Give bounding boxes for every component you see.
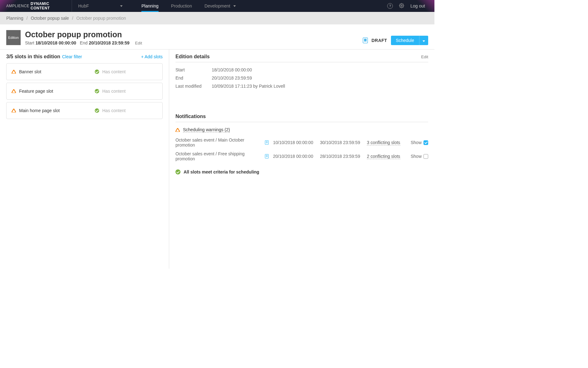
detail-row: Last modified10/09/2018 17:11:23 by Patr…	[175, 84, 428, 89]
slot-name: Feature page slot	[19, 89, 95, 94]
hub-name: HubF	[78, 3, 89, 8]
detail-value: 18/10/2018 00:00:00	[212, 67, 252, 72]
schedule-button[interactable]: Schedule	[391, 36, 419, 45]
caret-down-icon	[120, 5, 123, 7]
caret-down-icon	[233, 5, 236, 7]
hub-selector[interactable]: HubF	[72, 3, 129, 8]
caret-down-icon	[423, 40, 425, 42]
warning-triangle-icon	[12, 70, 16, 74]
all-slots-ok: All slots meet criteria for scheduling	[175, 168, 428, 174]
date-line: Start 18/10/2018 00:00:00 End 20/10/2018…	[25, 40, 363, 45]
breadcrumb: Planning / October popup sale / October …	[0, 12, 434, 24]
slot-status: Has content	[102, 69, 126, 74]
show-label: Show	[411, 154, 422, 159]
warning-triangle-icon	[12, 89, 16, 93]
scheduling-warnings-header: Scheduling warnings (2)	[175, 127, 428, 132]
warning-end: 30/10/2018 23:59:59	[320, 140, 367, 145]
edition-badge: Edition	[6, 30, 21, 45]
detail-value: 10/09/2018 17:11:23 by Patrick Lovell	[212, 84, 285, 89]
slot-name: Banner slot	[19, 69, 95, 74]
brand-bold: DYNAMIC CONTENT	[31, 2, 65, 10]
conflict-link[interactable]: 2 conflicting slots	[367, 154, 400, 159]
warning-row: October sales event / Main October promo…	[175, 136, 428, 149]
tab-development[interactable]: Development	[198, 0, 242, 12]
slots-title: 3/5 slots in this edition	[6, 54, 60, 60]
document-icon	[363, 38, 368, 43]
crumb-current: October popup promotion	[76, 16, 126, 21]
add-slots-link[interactable]: + Add slots	[141, 54, 163, 59]
check-circle-icon	[175, 169, 180, 174]
show-label: Show	[411, 140, 422, 145]
edit-dates-link[interactable]: Edit	[135, 41, 142, 45]
top-nav: AMPLIENCE DYNAMIC CONTENT HubF Planning …	[0, 0, 434, 12]
slot-card[interactable]: Feature page slotHas content	[6, 83, 163, 100]
detail-label: End	[175, 75, 212, 80]
details-panel: Edition details Edit Start18/10/2018 00:…	[169, 49, 434, 269]
document-icon	[265, 140, 269, 145]
check-circle-icon	[95, 89, 99, 93]
detail-value: 20/10/2018 23:59:59	[212, 75, 252, 80]
edit-details-link[interactable]: Edit	[421, 54, 428, 59]
detail-row: Start18/10/2018 00:00:00	[175, 67, 428, 72]
clear-filter-link[interactable]: Clear filter	[62, 54, 82, 59]
slots-panel: 3/5 slots in this edition Clear filter +…	[0, 49, 169, 269]
logout-link[interactable]: Log out	[410, 3, 425, 8]
warning-start: 20/10/2018 00:00:00	[273, 154, 320, 159]
warning-path[interactable]: October sales event / Free shipping prom…	[175, 151, 265, 161]
schedule-button-group: Schedule	[391, 36, 428, 45]
schedule-dropdown-button[interactable]	[419, 36, 428, 45]
detail-label: Last modified	[175, 84, 212, 89]
detail-row: End20/10/2018 23:59:59	[175, 75, 428, 80]
warning-triangle-icon	[12, 109, 16, 112]
warning-start: 10/10/2018 00:00:00	[273, 140, 320, 145]
check-circle-icon	[95, 108, 99, 113]
document-icon	[265, 154, 269, 158]
slot-status: Has content	[102, 108, 126, 113]
help-icon[interactable]: ?	[387, 3, 393, 9]
warning-triangle-icon	[175, 128, 180, 132]
check-circle-icon	[95, 70, 99, 74]
slot-status: Has content	[102, 89, 126, 94]
warning-row: October sales event / Free shipping prom…	[175, 149, 428, 163]
page-title: October popup promotion	[25, 30, 363, 39]
conflict-link[interactable]: 3 conflicting slots	[367, 140, 400, 145]
crumb-parent[interactable]: October popup sale	[31, 16, 69, 21]
tab-planning[interactable]: Planning	[135, 0, 165, 12]
edition-details-title: Edition details	[175, 54, 210, 60]
page-header: Edition October popup promotion Start 18…	[0, 24, 434, 49]
detail-label: Start	[175, 67, 212, 72]
slot-name: Main home page slot	[19, 108, 95, 113]
notifications-title: Notifications	[175, 114, 206, 119]
crumb-planning[interactable]: Planning	[6, 16, 23, 21]
nav-tabs: Planning Production Development	[135, 0, 242, 12]
tab-production[interactable]: Production	[165, 0, 198, 12]
status-badge: DRAFT	[372, 38, 387, 43]
show-checkbox[interactable]	[423, 140, 428, 145]
settings-icon[interactable]	[399, 3, 404, 9]
slot-card[interactable]: Main home page slotHas content	[6, 102, 163, 119]
svg-point-0	[401, 5, 402, 6]
brand-logo: AMPLIENCE DYNAMIC CONTENT	[0, 0, 72, 12]
show-checkbox[interactable]	[423, 154, 428, 159]
warning-path[interactable]: October sales event / Main October promo…	[175, 137, 265, 148]
brand-thin: AMPLIENCE	[6, 4, 29, 8]
scheduling-warnings-link[interactable]: Scheduling warnings (2)	[183, 127, 230, 132]
warning-end: 28/10/2018 23:59:59	[320, 154, 367, 159]
slot-card[interactable]: Banner slotHas content	[6, 63, 163, 80]
